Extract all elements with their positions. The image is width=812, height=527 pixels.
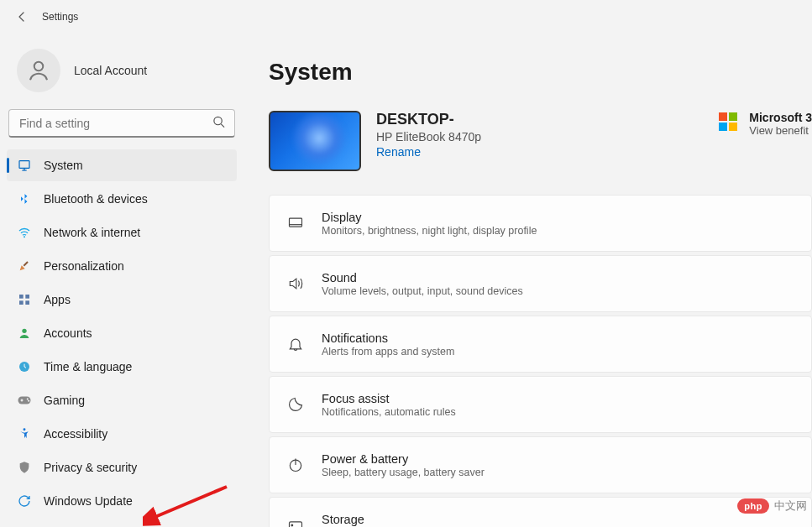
accessibility-icon <box>17 426 32 441</box>
card-title: Power & battery <box>322 452 485 466</box>
card-subtitle: Sleep, battery usage, battery saver <box>322 467 485 478</box>
card-subtitle: Monitors, brightness, night light, displ… <box>322 225 537 237</box>
back-button[interactable] <box>7 2 37 32</box>
sidebar-item-label: Accessibility <box>44 427 107 441</box>
microsoft-logo-icon <box>719 112 737 131</box>
bluetooth-icon <box>17 191 32 206</box>
card-subtitle: Alerts from apps and system <box>322 346 454 357</box>
card-title: Sound <box>322 271 523 284</box>
svg-rect-11 <box>25 300 29 305</box>
svg-point-23 <box>291 524 293 526</box>
privacy-icon <box>17 460 32 475</box>
svg-point-1 <box>214 117 222 124</box>
card-title: Focus assist <box>322 392 456 405</box>
card-notifications[interactable]: NotificationsAlerts from apps and system <box>269 316 812 373</box>
sidebar-item-label: Network & internet <box>44 226 140 239</box>
svg-rect-7 <box>24 261 29 266</box>
sidebar-item-time[interactable]: Time & language <box>7 351 237 383</box>
sidebar-item-bluetooth[interactable]: Bluetooth & devices <box>7 183 237 215</box>
svg-rect-8 <box>19 295 24 299</box>
card-storage[interactable]: StorageStorage space, drives, configurat… <box>269 497 812 527</box>
storage-icon <box>286 517 305 527</box>
sidebar-item-gaming[interactable]: Gaming <box>7 384 237 416</box>
svg-point-12 <box>22 329 26 333</box>
accounts-icon <box>17 326 32 341</box>
search-input[interactable] <box>8 109 235 138</box>
gaming-icon <box>17 393 32 408</box>
sidebar-item-accessibility[interactable]: Accessibility <box>7 418 237 450</box>
settings-card-list: DisplayMonitors, brightness, night light… <box>269 195 812 527</box>
svg-rect-18 <box>290 218 302 227</box>
sidebar-item-label: Time & language <box>44 360 132 373</box>
avatar <box>17 49 60 92</box>
sidebar-item-network[interactable]: Network & internet <box>7 217 237 248</box>
card-power[interactable]: Power & batterySleep, battery usage, bat… <box>269 436 812 493</box>
svg-rect-22 <box>290 522 302 527</box>
sidebar-item-accounts[interactable]: Accounts <box>7 317 237 349</box>
nav-list: SystemBluetooth & devicesNetwork & inter… <box>7 149 237 517</box>
window-title: Settings <box>42 11 78 23</box>
svg-point-0 <box>34 62 44 71</box>
sidebar-item-label: Bluetooth & devices <box>44 192 148 206</box>
svg-point-17 <box>24 428 26 430</box>
sidebar-item-label: Apps <box>44 293 71 306</box>
card-title: Notifications <box>322 331 454 345</box>
sidebar-item-personalization[interactable]: Personalization <box>7 250 237 282</box>
microsoft-365-tile[interactable]: Microsoft 3 View benefit <box>719 111 812 137</box>
card-title: Display <box>322 211 537 224</box>
ms-title: Microsoft 3 <box>749 111 812 124</box>
sidebar-item-label: Personalization <box>44 259 124 273</box>
card-display[interactable]: DisplayMonitors, brightness, night light… <box>269 195 812 252</box>
arrow-left-icon <box>15 10 29 23</box>
sidebar-item-label: Accounts <box>44 326 92 340</box>
sidebar-item-label: Gaming <box>44 394 85 407</box>
person-icon <box>26 58 51 83</box>
rename-link[interactable]: Rename <box>376 145 421 159</box>
pc-model: HP EliteBook 8470p <box>376 130 481 143</box>
card-subtitle: Notifications, automatic rules <box>322 406 456 418</box>
ms-sub: View benefit <box>749 124 812 137</box>
card-title: Storage <box>322 513 515 526</box>
watermark: php 中文网 <box>737 498 807 514</box>
sound-icon <box>286 275 305 292</box>
network-icon <box>17 225 32 240</box>
search-icon <box>212 116 225 132</box>
sidebar-item-privacy[interactable]: Privacy & security <box>7 451 237 483</box>
update-icon <box>17 493 32 509</box>
main-content: System DESKTOP- HP EliteBook 8470p Renam… <box>244 34 812 527</box>
card-subtitle: Volume levels, output, input, sound devi… <box>322 285 523 297</box>
display-icon <box>286 215 305 232</box>
pc-name: DESKTOP- <box>376 111 481 128</box>
svg-rect-10 <box>19 300 24 305</box>
sidebar: Local Account SystemBluetooth & devicesN… <box>0 34 244 527</box>
desktop-wallpaper-thumbnail <box>269 111 361 171</box>
svg-rect-3 <box>19 161 29 169</box>
sidebar-item-label: System <box>44 159 83 172</box>
watermark-text: 中文网 <box>774 498 807 514</box>
svg-rect-9 <box>25 295 29 299</box>
apps-icon <box>17 292 32 307</box>
sidebar-item-apps[interactable]: Apps <box>7 284 237 316</box>
svg-line-2 <box>221 124 224 128</box>
svg-point-16 <box>28 400 29 402</box>
notifications-icon <box>286 336 305 352</box>
sidebar-item-system[interactable]: System <box>7 149 237 181</box>
page-title: System <box>269 59 812 86</box>
svg-point-6 <box>24 236 25 237</box>
profile-block[interactable]: Local Account <box>7 42 237 109</box>
watermark-badge: php <box>737 498 769 514</box>
sidebar-item-label: Privacy & security <box>44 461 137 474</box>
card-focus[interactable]: Focus assistNotifications, automatic rul… <box>269 376 812 433</box>
focus-icon <box>286 396 305 413</box>
time-icon <box>17 359 32 374</box>
card-sound[interactable]: SoundVolume levels, output, input, sound… <box>269 255 812 312</box>
sidebar-item-update[interactable]: Windows Update <box>7 485 237 517</box>
personalization-icon <box>17 258 32 274</box>
svg-point-15 <box>27 399 29 400</box>
power-icon <box>286 457 305 473</box>
system-icon <box>17 158 32 173</box>
profile-name: Local Account <box>74 64 147 77</box>
sidebar-item-label: Windows Update <box>44 494 133 508</box>
